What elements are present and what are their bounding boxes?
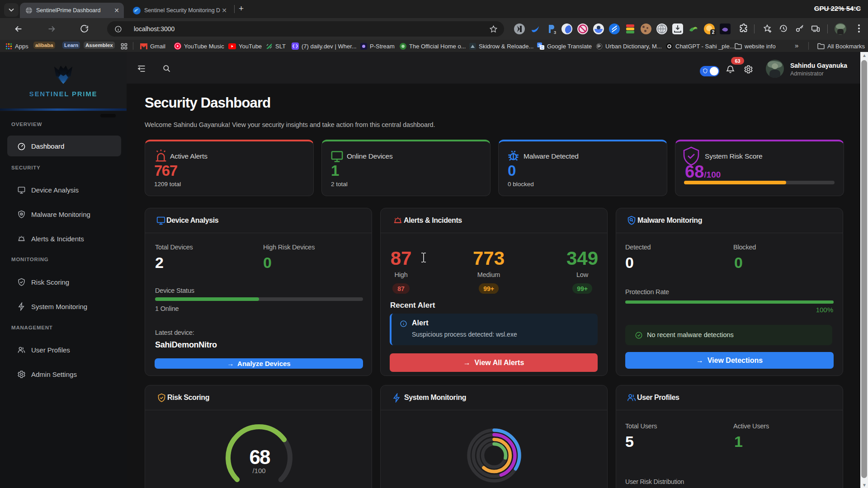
svg-text:G: G <box>541 45 544 50</box>
